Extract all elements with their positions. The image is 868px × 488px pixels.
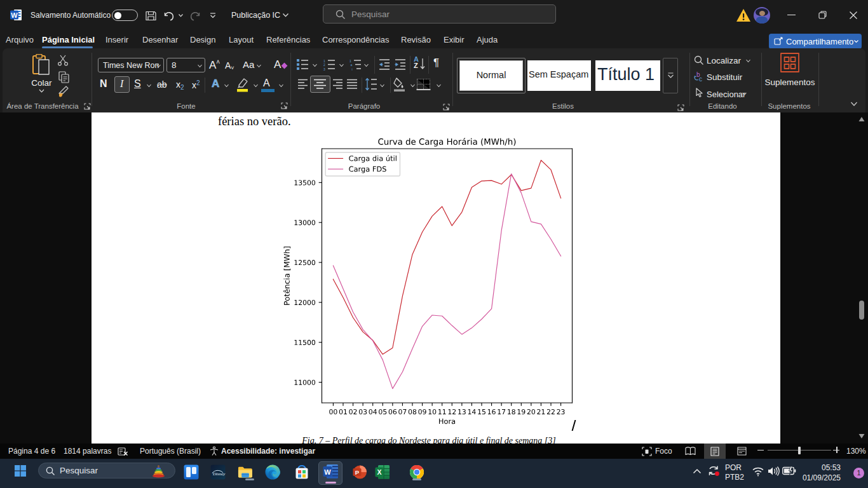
svg-text:3: 3 — [323, 67, 325, 71]
svg-text:i: i — [352, 67, 353, 71]
svg-text:a: a — [351, 63, 353, 67]
svg-text:1: 1 — [349, 59, 351, 63]
svg-text:Disney+: Disney+ — [212, 471, 226, 477]
svg-text:X: X — [377, 468, 381, 476]
svg-text:c: c — [699, 76, 702, 83]
svg-text:W: W — [324, 468, 331, 476]
svg-text:W: W — [11, 11, 18, 19]
svg-text:1: 1 — [323, 59, 325, 63]
svg-text:P: P — [355, 469, 360, 476]
svg-text:2: 2 — [323, 63, 325, 67]
